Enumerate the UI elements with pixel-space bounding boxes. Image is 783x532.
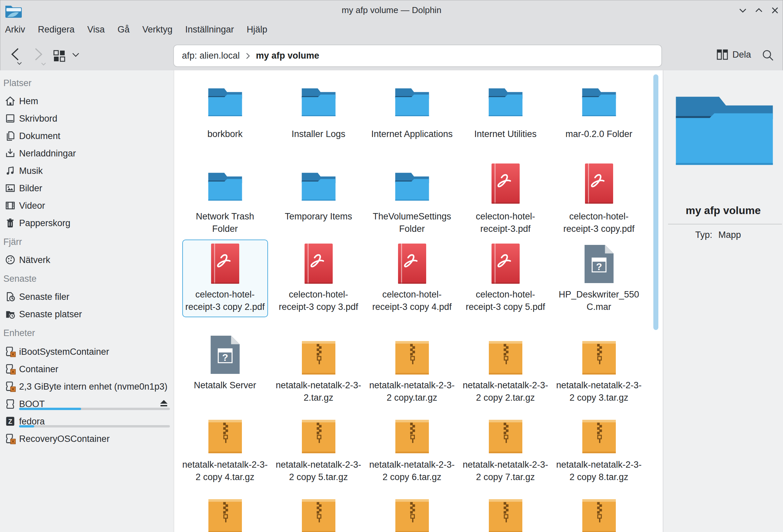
file-item[interactable]: ?Netatalk Server [182, 331, 268, 396]
file-name-label: netatalk-netatalk-2-3-2 copy.tar.gz [369, 379, 455, 404]
folder-preview-icon [673, 90, 776, 182]
location-bar[interactable]: afp: alien.local my afp volume [173, 44, 662, 67]
sidebar-item-nerladdningar[interactable]: Nerladdningar [0, 145, 174, 162]
capacity-bar-fill [19, 425, 34, 428]
split-view-icon [716, 49, 728, 61]
music-icon [5, 165, 16, 176]
sidebar-item-musik[interactable]: Musik [0, 162, 174, 180]
split-view-button[interactable]: Dela [716, 43, 751, 66]
forward-button[interactable] [31, 47, 45, 62]
file-item[interactable] [276, 495, 362, 532]
archive-icon [302, 499, 335, 532]
back-button[interactable] [9, 47, 23, 62]
file-item[interactable]: Internet Applications [369, 81, 455, 145]
file-name-label: netatalk-netatalk-2-3-2 copy 7.tar.gz [463, 459, 549, 483]
file-name-label: netatalk-netatalk-2-3-2 copy 4.tar.gz [182, 459, 268, 483]
capacity-bar [19, 425, 170, 428]
file-item[interactable]: celecton-hotel-receipt-3 copy.pdf [556, 159, 642, 239]
file-item[interactable]: celecton-hotel-receipt-3.pdf [463, 159, 549, 239]
file-item-selected[interactable]: celecton-hotel-receipt-3 copy 2.pdf [182, 240, 268, 317]
sidebar-item-n-tverk[interactable]: Nätverk [0, 251, 174, 269]
sidebar-item-ibootsystemcontainer[interactable]: iBootSystemContainer [0, 343, 174, 361]
sidebar-item-label: Papperskorg [19, 217, 70, 229]
menu-redigera[interactable]: Redigera [38, 25, 75, 35]
sidebar-item-fedora[interactable]: Zfedora [0, 413, 174, 430]
file-name-label: Temporary Items [276, 210, 362, 223]
file-item[interactable]: ?HP_Deskwriter_550C.mar [556, 240, 642, 317]
breadcrumb-root[interactable]: afp: alien.local [182, 51, 240, 61]
sidebar-item-boot[interactable]: BOOT [0, 395, 174, 413]
sidebar-item-skrivbord[interactable]: Skrivbord [0, 110, 174, 127]
forward-dropdown-icon[interactable] [41, 62, 46, 66]
sidebar-item-2-3-gibyte-intern-enhet-nvme0n1p3-[interactable]: 2,3 GiByte intern enhet (nvme0n1p3) [0, 378, 174, 395]
sidebar-item-bilder[interactable]: Bilder [0, 180, 174, 197]
pdf-icon [305, 244, 333, 284]
trash-icon [5, 217, 16, 228]
file-item[interactable]: netatalk-netatalk-2-3-2 copy 5.tar.gz [276, 416, 362, 488]
sidebar-item-senaste-filer[interactable]: Senaste filer [0, 288, 174, 306]
file-cell: celecton-hotel-receipt-3.pdf [459, 159, 552, 239]
breadcrumb-current[interactable]: my afp volume [256, 51, 319, 61]
file-item[interactable] [369, 495, 455, 532]
file-item[interactable]: borkbork [182, 81, 268, 145]
close-button[interactable] [769, 5, 781, 16]
menu-arkiv[interactable]: Arkiv [5, 25, 25, 35]
file-item[interactable]: netatalk-netatalk-2-3-2 copy 8.tar.gz [556, 416, 642, 488]
file-item[interactable]: TheVolumeSettings Folder [369, 159, 455, 239]
menu-g[interactable]: Gå [118, 25, 130, 35]
file-item[interactable]: Installer Logs [276, 81, 362, 145]
sidebar-item-dokument[interactable]: Dokument [0, 127, 174, 145]
maximize-button[interactable] [753, 5, 764, 16]
file-item[interactable]: celecton-hotel-receipt-3 copy 5.pdf [463, 240, 549, 317]
file-item[interactable]: mar-0.2.0 Folder [556, 81, 642, 145]
drive-badge-icon [5, 381, 16, 392]
file-item[interactable]: Network Trash Folder [182, 159, 268, 239]
file-item[interactable]: netatalk-netatalk-2-3-2.tar.gz [276, 331, 362, 408]
file-item[interactable] [463, 495, 549, 532]
pdf-icon [211, 244, 239, 284]
view-mode-dropdown-icon[interactable] [72, 52, 80, 58]
file-name-label: netatalk-netatalk-2-3-2 copy 2.tar.gz [463, 379, 549, 404]
file-item[interactable] [182, 495, 268, 532]
sidebar-item-papperskorg[interactable]: Papperskorg [0, 214, 174, 232]
folder-icon [207, 85, 244, 119]
search-button[interactable] [761, 49, 775, 62]
file-cell [459, 495, 552, 532]
info-divider [668, 224, 782, 224]
file-item[interactable]: celecton-hotel-receipt-3 copy 3.pdf [276, 240, 362, 317]
scrollbar-thumb[interactable] [653, 74, 658, 330]
file-item[interactable] [556, 495, 642, 532]
menu-verktyg[interactable]: Verktyg [143, 25, 173, 35]
menu-hjlp[interactable]: Hjälp [247, 25, 268, 35]
eject-icon[interactable] [159, 399, 168, 407]
minimize-button[interactable] [737, 5, 749, 16]
file-cell: netatalk-netatalk-2-3-2 copy 8.tar.gz [552, 416, 646, 488]
back-dropdown-icon[interactable] [17, 62, 22, 65]
menu-visa[interactable]: Visa [88, 25, 105, 35]
file-item[interactable]: celecton-hotel-receipt-3 copy 4.pdf [369, 240, 455, 317]
file-item[interactable]: netatalk-netatalk-2-3-2 copy.tar.gz [369, 331, 455, 408]
view-mode-button[interactable] [53, 50, 66, 62]
unknown-icon: ? [209, 335, 241, 375]
sidebar-item-recoveryoscontainer[interactable]: RecoveryOSContainer [0, 430, 174, 447]
sidebar-item-hem[interactable]: Hem [0, 92, 174, 110]
file-row: netatalk-netatalk-2-3-2 copy 4.tar.gznet… [178, 416, 646, 488]
file-item[interactable]: netatalk-netatalk-2-3-2 copy 2.tar.gz [463, 331, 549, 408]
file-item[interactable]: netatalk-netatalk-2-3-2 copy 4.tar.gz [182, 416, 268, 488]
info-type-value: Mapp [718, 230, 741, 240]
file-cell: netatalk-netatalk-2-3-2 copy 6.tar.gz [365, 416, 459, 488]
archive-icon [209, 420, 242, 453]
file-item[interactable]: Internet Utilities [463, 81, 549, 145]
file-item[interactable]: netatalk-netatalk-2-3-2 copy 6.tar.gz [369, 416, 455, 488]
file-item[interactable]: netatalk-netatalk-2-3-2 copy 3.tar.gz [556, 331, 642, 408]
menu-instllningar[interactable]: Inställningar [185, 25, 234, 35]
file-item[interactable]: Temporary Items [276, 159, 362, 227]
sidebar-item-videor[interactable]: Videor [0, 197, 174, 214]
svg-text:?: ? [596, 261, 602, 272]
sidebar-item-container[interactable]: Container [0, 361, 174, 378]
svg-text:?: ? [222, 352, 228, 363]
window-title: my afp volume — Dolphin [0, 5, 783, 15]
folder-icon [393, 85, 431, 119]
sidebar-item-senaste-platser[interactable]: Senaste platser [0, 306, 174, 323]
file-item[interactable]: netatalk-netatalk-2-3-2 copy 7.tar.gz [463, 416, 549, 488]
